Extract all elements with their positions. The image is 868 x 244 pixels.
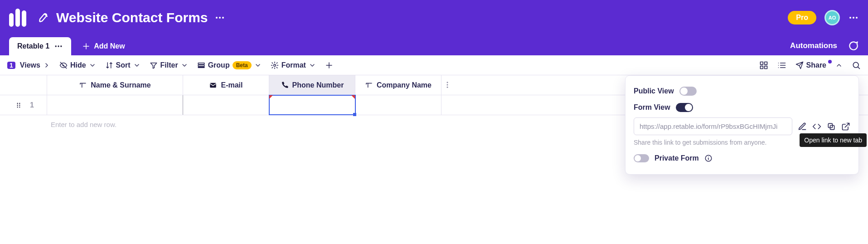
chevron-down-icon: [89, 62, 96, 69]
external-link-icon[interactable]: [841, 122, 850, 131]
edit-icon[interactable]: [798, 122, 807, 131]
tab-retable-1[interactable]: Retable 1: [9, 37, 71, 55]
column-label: Phone Number: [292, 81, 344, 89]
grid-view-toggle[interactable]: [756, 59, 772, 72]
share-link-row: https://app.retable.io/form/rP9bsxBGcHIM…: [634, 117, 850, 135]
info-icon[interactable]: [704, 154, 713, 162]
public-view-toggle[interactable]: [679, 87, 697, 96]
private-form-row: Private Form: [634, 151, 850, 166]
row-gutter[interactable]: 1: [0, 95, 47, 115]
code-icon[interactable]: [812, 122, 821, 131]
svg-point-25: [19, 104, 20, 105]
hide-label: Hide: [70, 61, 86, 69]
svg-point-6: [55, 45, 57, 47]
svg-point-23: [19, 102, 20, 103]
column-name-surname[interactable]: Name & Surname: [47, 75, 183, 95]
row-number: 1: [30, 101, 34, 109]
share-label: Share: [806, 61, 826, 69]
add-new-label: Add New: [94, 42, 125, 50]
svg-rect-15: [760, 66, 763, 68]
group-menu[interactable]: Group Beta: [194, 59, 265, 71]
mail-icon: [209, 81, 217, 89]
add-column[interactable]: [321, 59, 337, 71]
private-form-label: Private Form: [655, 154, 699, 162]
header-bottom: Retable 1 Add New Automations: [0, 35, 868, 55]
group-label: Group: [208, 61, 230, 69]
add-new-tab[interactable]: Add New: [79, 38, 127, 55]
tab-label: Retable 1: [17, 42, 49, 50]
list-icon: [777, 61, 786, 70]
avatar[interactable]: AO: [824, 10, 840, 25]
sort-menu[interactable]: Sort: [102, 59, 144, 71]
chat-icon[interactable]: [847, 40, 859, 52]
svg-point-22: [17, 102, 18, 103]
column-company[interactable]: Company Name: [355, 75, 441, 95]
row-header-gutter: [0, 75, 47, 95]
svg-rect-13: [760, 62, 763, 64]
header-bottom-right: Automations: [790, 40, 859, 55]
more-vertical-icon[interactable]: [443, 81, 451, 89]
views-count: 1: [7, 62, 15, 69]
share-menu[interactable]: Share: [792, 59, 846, 71]
svg-rect-9: [198, 63, 204, 64]
svg-point-0: [216, 17, 218, 19]
grid-icon: [759, 61, 768, 70]
column-label: Company Name: [377, 81, 432, 89]
cell-name[interactable]: [47, 95, 183, 115]
tooltip: Open link to new tab: [800, 133, 867, 147]
app-header: Website Contact Forms Pro AO Retable 1 A…: [0, 0, 868, 55]
more-icon[interactable]: [214, 12, 225, 23]
column-email[interactable]: E-mail: [183, 75, 269, 95]
app-logo[interactable]: [9, 9, 26, 27]
column-phone[interactable]: Phone Number: [269, 75, 355, 95]
svg-point-19: [447, 82, 448, 83]
share-link-input[interactable]: https://app.retable.io/form/rP9bsxBGcHIM…: [634, 117, 792, 135]
group-icon: [197, 61, 205, 69]
header-top: Website Contact Forms Pro AO: [0, 0, 868, 35]
plus-icon: [82, 42, 90, 50]
pro-badge[interactable]: Pro: [788, 11, 816, 24]
filter-icon: [150, 61, 158, 69]
search-button[interactable]: [848, 59, 864, 72]
svg-rect-11: [198, 67, 204, 68]
cell-email[interactable]: [183, 95, 269, 115]
svg-point-2: [222, 17, 224, 19]
filter-menu[interactable]: Filter: [146, 59, 192, 71]
public-view-row: Public View: [634, 83, 850, 99]
copy-icon[interactable]: [827, 122, 836, 131]
chevron-down-icon: [254, 62, 262, 69]
form-view-toggle[interactable]: [676, 103, 693, 112]
hide-fields[interactable]: Hide: [56, 59, 100, 71]
private-form-toggle[interactable]: [634, 154, 649, 162]
sort-label: Sort: [116, 61, 131, 69]
format-menu[interactable]: Format: [267, 59, 320, 71]
views-label: Views: [20, 61, 40, 69]
svg-point-26: [17, 106, 18, 107]
drag-handle-icon[interactable]: [15, 102, 22, 108]
automations-link[interactable]: Automations: [790, 41, 837, 50]
svg-rect-10: [198, 65, 204, 66]
rocket-icon: [37, 11, 50, 24]
share-popover: Public View Form View https://app.retabl…: [625, 75, 859, 175]
svg-point-7: [58, 45, 59, 47]
chevron-down-icon: [309, 62, 316, 69]
svg-rect-16: [764, 66, 767, 68]
svg-point-21: [447, 87, 448, 88]
share-indicator-dot: [828, 60, 832, 63]
page-title[interactable]: Website Contact Forms: [56, 10, 208, 25]
column-label: E-mail: [221, 81, 242, 89]
svg-point-5: [856, 17, 858, 19]
phone-icon: [281, 81, 289, 89]
more-icon[interactable]: [848, 12, 859, 23]
chevron-down-icon: [133, 62, 141, 69]
cell-phone[interactable]: [269, 95, 355, 115]
views-menu[interactable]: 1 Views: [4, 59, 54, 71]
text-icon: [365, 81, 373, 89]
list-view-toggle[interactable]: [774, 59, 790, 72]
form-view-label: Form View: [634, 103, 670, 112]
header-right: Pro AO: [788, 10, 859, 25]
svg-rect-14: [764, 62, 767, 64]
cell-company[interactable]: [355, 95, 441, 115]
more-icon[interactable]: [54, 42, 63, 51]
svg-point-27: [19, 106, 20, 107]
